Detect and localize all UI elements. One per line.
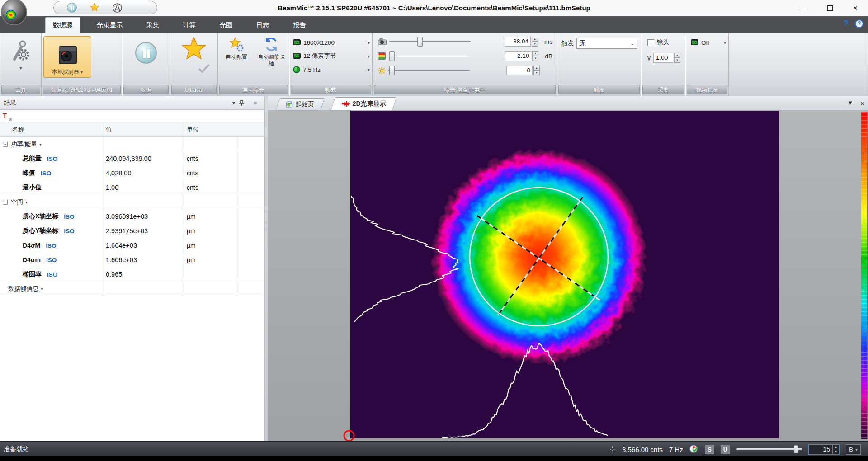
gamma-spinbox[interactable]: 1.00 ▲▼ [653, 53, 680, 63]
pause-data-button[interactable] [135, 42, 157, 64]
status-zoom-value[interactable]: 15 [809, 446, 832, 453]
result-value: 3.096091e+03 [102, 209, 182, 224]
results-item-row[interactable]: 质心Y轴坐标ISO2.939175e+03µm [0, 224, 264, 238]
auto-setup-button[interactable]: 自动配置 [221, 37, 252, 84]
tab-close-icon[interactable]: × [860, 99, 864, 107]
exposure-spinner[interactable]: ▲▼ [532, 37, 538, 47]
minimize-button[interactable]: — [792, 0, 817, 16]
video-trigger-dropdown[interactable]: Off ▾ [691, 38, 726, 47]
frame-rate-dropdown[interactable]: 7.5 Hz ▾ [293, 65, 370, 75]
results-item-row[interactable]: 质心X轴坐标ISO3.096091e+03µm [0, 209, 264, 224]
ribbon-tab-data-source[interactable]: 数据源 [45, 17, 80, 33]
app-logo-icon[interactable] [1, 0, 27, 25]
column-name[interactable]: 名称 [0, 122, 102, 136]
close-button[interactable]: × [843, 0, 868, 16]
gain-spinbox[interactable]: 2.10 ▲▼ [505, 51, 538, 61]
collapse-box-icon[interactable]: − [3, 200, 8, 205]
group-caret-icon[interactable]: ▾ [41, 287, 43, 292]
lens-checkbox[interactable] [647, 39, 654, 46]
gain-slider[interactable] [388, 51, 470, 61]
result-value: 1.664e+03 [102, 238, 182, 253]
exposure-spinbox[interactable]: 38.04 ▲▼ [505, 37, 538, 47]
document-tab-strip: 起始页 2D光束显示 ▼ × [268, 96, 868, 111]
results-settings-icon[interactable]: T [3, 112, 12, 121]
results-item-row[interactable]: D4σmISO1.606e+03µm [0, 253, 264, 267]
result-value: 1.00 [102, 180, 182, 195]
tools-dropdown-caret[interactable]: ▼ [0, 66, 42, 71]
exposure-camera-icon [378, 38, 387, 45]
collapse-box-icon[interactable]: − [3, 142, 8, 147]
cursor-position-icon [609, 446, 616, 453]
group-label-tools: 工具 [1, 85, 40, 94]
gamma-spinner[interactable]: ▲▼ [674, 53, 680, 63]
gamma-value[interactable]: 1.00 [653, 53, 673, 63]
tools-wrench-gear-icon[interactable] [11, 39, 31, 63]
ribbon-tab-report[interactable]: 报告 [286, 18, 313, 33]
black-level-slider[interactable] [388, 66, 470, 75]
document-area: 起始页 2D光束显示 ▼ × [268, 96, 868, 441]
status-palette-combo[interactable]: B ▾ [846, 444, 861, 455]
status-u-button[interactable]: U [721, 445, 730, 454]
column-value[interactable]: 值 [102, 122, 182, 136]
local-detector-button[interactable]: 本地探测器 ▾ [43, 36, 91, 78]
color-scale-bar[interactable] [861, 112, 868, 439]
auto-adjust-x-icon [264, 37, 279, 52]
iso-badge: ISO [47, 271, 57, 278]
trigger-combo[interactable]: 无 ⌄ [576, 38, 637, 49]
ribbon-group-auto-exposure: 自动配置 自动调节 X轴 自动曝光 [218, 33, 289, 96]
results-group-row[interactable]: −功率/能量▾ [0, 137, 264, 151]
results-close-icon[interactable]: × [250, 99, 261, 107]
pixel-format-dropdown[interactable]: 12 像素字节 ▾ [293, 51, 370, 61]
help-icon[interactable]: ? [855, 19, 863, 28]
group-caret-icon[interactable]: ▾ [25, 200, 28, 205]
ultracal-star-icon[interactable] [181, 37, 207, 62]
black-level-value[interactable]: 0 [506, 66, 533, 75]
results-group-row[interactable]: 数据帧信息▾ [0, 282, 264, 296]
exposure-value[interactable]: 38.04 [505, 37, 531, 47]
results-item-row[interactable]: 峰值ISO4,028.00cnts [0, 166, 264, 180]
results-pin-icon[interactable] [239, 100, 250, 106]
ribbon-tab-capture[interactable]: 采集 [139, 18, 167, 33]
group-caret-icon[interactable]: ▾ [39, 142, 42, 147]
results-item-row[interactable]: 椭圆率ISO0.965 [0, 267, 264, 282]
ribbon-tab-logging[interactable]: 日志 [249, 18, 277, 33]
tab-start-page[interactable]: 起始页 [276, 98, 325, 110]
restore-button[interactable] [817, 0, 843, 16]
auto-setup-label: 自动配置 [226, 54, 247, 61]
result-unit: cnts [182, 166, 236, 180]
trigger-label: 触发 [561, 39, 574, 47]
column-unit[interactable]: 单位 [182, 122, 236, 136]
status-zoom-spinner[interactable]: ▲▼ [832, 445, 839, 454]
resolution-dropdown[interactable]: 1600X1200 ▾ [293, 38, 370, 47]
status-bar: 准备就绪 3,566.00 cnts 7 Hz S U 15 ▲▼ B ▾ [0, 441, 868, 456]
ribbon-empty-space [729, 33, 868, 96]
exposure-slider[interactable] [389, 37, 471, 47]
results-item-row[interactable]: 总能量ISO240,094,339.00cnts [0, 151, 264, 166]
black-level-spinner[interactable]: ▲▼ [533, 66, 540, 75]
results-item-row[interactable]: 最小值1.00cnts [0, 180, 264, 195]
black-level-sun-icon [378, 67, 386, 75]
results-group-row[interactable]: −空间▾ [0, 195, 264, 209]
status-zoom-spinbox[interactable]: 15 ▲▼ [808, 444, 840, 455]
tab-list-caret-icon[interactable]: ▼ [847, 99, 853, 107]
status-zoom-slider[interactable] [736, 445, 802, 454]
gain-value[interactable]: 2.10 [505, 51, 531, 61]
tab-2d-beam-display[interactable]: 2D光束显示 [330, 97, 396, 110]
tab-strip-controls: ▼ × [847, 99, 864, 107]
auto-adjust-x-button[interactable]: 自动调节 X轴 [257, 37, 286, 84]
beam-display-viewport[interactable] [268, 111, 868, 441]
main-area: 结果 ▾ × T 名称 值 单位 −功率/能量▾总能量ISO240,094,33… [0, 96, 868, 441]
ribbon-group-source: 本地探测器 ▾ 数据源: SP620U #645701 [42, 33, 122, 96]
ribbon-tab-aperture[interactable]: 光圈 [212, 18, 240, 33]
group-label-video-trigger: 视频触发 [687, 85, 727, 94]
ribbon-tab-beam-display[interactable]: 光束显示 [90, 18, 130, 33]
ribbon-tab-computations[interactable]: 计算 [176, 18, 203, 33]
results-menu-caret-icon[interactable]: ▾ [228, 99, 239, 106]
black-level-spinbox[interactable]: 0 ▲▼ [506, 66, 540, 75]
gain-spinner[interactable]: ▲▼ [532, 51, 538, 61]
results-item-row[interactable]: D4σMISO1.664e+03µm [0, 238, 264, 253]
status-s-button[interactable]: S [705, 445, 714, 454]
iso-badge: ISO [41, 170, 51, 177]
context-help-icon[interactable]: ? [844, 19, 849, 28]
ribbon-group-exposure: 38.04 ▲▼ ms 2.10 ▲▼ dB [373, 33, 557, 96]
